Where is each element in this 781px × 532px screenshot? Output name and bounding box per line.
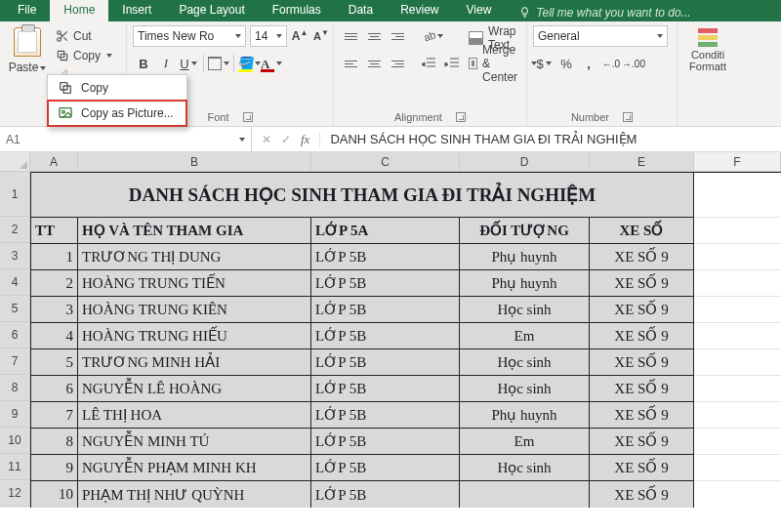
data-cell[interactable]: Phụ huynh <box>460 402 590 429</box>
data-cell[interactable]: 4 <box>30 323 78 349</box>
comma-format-button[interactable]: , <box>578 53 599 74</box>
data-cell[interactable] <box>460 481 590 508</box>
enter-button[interactable]: ✓ <box>281 133 291 146</box>
data-cell[interactable] <box>694 429 781 455</box>
data-cell[interactable]: XE SỐ 9 <box>590 297 694 323</box>
data-cell[interactable] <box>694 481 781 508</box>
number-format-combo[interactable]: General <box>533 25 668 47</box>
data-cell[interactable]: XE SỐ 9 <box>590 376 694 402</box>
dialog-launcher-icon[interactable] <box>456 112 466 122</box>
shrink-font-button[interactable]: A▼ <box>312 26 330 46</box>
data-cell[interactable]: LỚP 5B <box>311 429 460 455</box>
data-cell[interactable]: LỚP 5B <box>311 297 460 323</box>
font-name-combo[interactable]: Times New Ro <box>133 25 246 47</box>
font-color-button[interactable]: A <box>261 53 282 74</box>
data-cell[interactable]: Em <box>460 323 590 349</box>
row-header-11[interactable]: 11 <box>0 454 30 480</box>
align-top-button[interactable] <box>340 25 361 47</box>
data-cell[interactable] <box>694 270 781 297</box>
row-header-3[interactable]: 3 <box>0 243 30 269</box>
data-cell[interactable]: 7 <box>30 402 78 429</box>
data-cell[interactable]: LỚP 5B <box>311 270 460 297</box>
borders-button[interactable] <box>208 53 229 74</box>
cancel-button[interactable]: ✕ <box>262 133 271 146</box>
menu-item-copy[interactable]: Copy <box>48 75 186 101</box>
data-cell[interactable]: 5 <box>30 349 78 376</box>
data-cell[interactable] <box>694 402 781 429</box>
align-right-button[interactable] <box>387 53 408 74</box>
tell-me-search[interactable]: Tell me what you want to do... <box>505 0 704 21</box>
data-cell[interactable]: Phụ huynh <box>460 270 590 297</box>
data-cell[interactable]: LỚP 5B <box>311 244 460 270</box>
data-cell[interactable]: 8 <box>30 429 78 455</box>
italic-button[interactable]: I <box>155 53 177 74</box>
col-header-A[interactable]: A <box>30 152 78 171</box>
row-header-2[interactable]: 2 <box>0 217 30 243</box>
data-cell[interactable]: HOÀNG TRUNG KIÊN <box>78 297 311 323</box>
tab-page-layout[interactable]: Page Layout <box>165 0 258 21</box>
row-header-1[interactable]: 1 <box>0 172 30 217</box>
data-cell[interactable]: XE SỐ 9 <box>590 481 694 508</box>
col-header-C[interactable]: C <box>311 152 460 171</box>
tab-data[interactable]: Data <box>335 0 387 21</box>
decrease-indent-button[interactable] <box>418 53 439 74</box>
data-cell[interactable]: NGUYỄN MINH TÚ <box>78 429 311 455</box>
conditional-formatting-icon[interactable] <box>696 25 719 49</box>
tab-formulas[interactable]: Formulas <box>259 0 335 21</box>
row-header-12[interactable]: 12 <box>0 480 30 507</box>
bold-button[interactable]: B <box>133 53 154 74</box>
increase-indent-button[interactable] <box>441 53 463 74</box>
row-header-10[interactable]: 10 <box>0 428 30 454</box>
header-cell[interactable]: ĐỐI TƯỢNG <box>460 218 590 244</box>
tab-file[interactable]: File <box>4 0 50 21</box>
col-header-B[interactable]: B <box>78 152 311 171</box>
data-cell[interactable]: LỚP 5B <box>311 481 460 508</box>
col-header-E[interactable]: E <box>590 152 694 171</box>
tab-insert[interactable]: Insert <box>108 0 165 21</box>
data-cell[interactable]: Học sinh <box>460 297 590 323</box>
data-cell[interactable]: Phụ huynh <box>460 244 590 270</box>
tab-view[interactable]: View <box>453 0 506 21</box>
data-cell[interactable] <box>694 297 781 323</box>
header-cell[interactable]: HỌ VÀ TÊN THAM GIA <box>78 218 311 244</box>
data-cell[interactable]: 10 <box>30 481 78 508</box>
data-cell[interactable]: LỚP 5B <box>311 349 460 376</box>
col-header-F[interactable]: F <box>694 152 781 171</box>
grow-font-button[interactable]: A▲ <box>291 26 308 46</box>
increase-decimal-button[interactable]: ←.0 <box>600 53 622 74</box>
decrease-decimal-button[interactable]: →.00 <box>623 53 644 74</box>
cut-button[interactable]: Cut <box>53 27 115 45</box>
cells-grid[interactable]: DANH SÁCH HỌC SINH THAM GIA ĐI TRẢI NGHI… <box>30 172 781 508</box>
percent-format-button[interactable]: % <box>555 53 577 74</box>
align-center-button[interactable] <box>363 53 385 74</box>
dialog-launcher-icon[interactable] <box>623 112 633 122</box>
data-cell[interactable]: XE SỐ 9 <box>590 244 694 270</box>
menu-item-copy-as-picture[interactable]: Copy as Picture... <box>48 101 186 126</box>
data-cell[interactable]: XE SỐ 9 <box>590 455 694 481</box>
align-left-button[interactable] <box>340 53 361 74</box>
underline-button[interactable]: U <box>178 53 199 74</box>
data-cell[interactable]: HOÀNG TRUNG TIẾN <box>78 270 311 297</box>
data-cell[interactable]: Học sinh <box>460 349 590 376</box>
tab-home[interactable]: Home <box>50 0 108 21</box>
formula-input[interactable]: DANH SÁCH HỌC SINH THAM GIA ĐI TRẢI NGHI… <box>320 132 646 146</box>
dialog-launcher-icon[interactable] <box>243 112 253 122</box>
col-header-D[interactable]: D <box>460 152 590 171</box>
data-cell[interactable]: LÊ THỊ HOA <box>78 402 311 429</box>
row-header-8[interactable]: 8 <box>0 375 30 401</box>
select-all-button[interactable] <box>0 152 30 171</box>
data-cell[interactable]: LỚP 5B <box>311 402 460 429</box>
data-cell[interactable]: LỚP 5B <box>311 376 460 402</box>
data-cell[interactable]: TRƯƠNG MINH HẢI <box>78 349 311 376</box>
tab-review[interactable]: Review <box>387 0 452 21</box>
data-cell[interactable]: LỚP 5B <box>311 455 460 481</box>
header-cell[interactable]: LỚP 5A <box>311 218 460 244</box>
data-cell[interactable]: XE SỐ 9 <box>590 349 694 376</box>
data-cell[interactable]: Học sinh <box>460 455 590 481</box>
data-cell[interactable] <box>694 323 781 349</box>
data-cell[interactable]: LỚP 5B <box>311 323 460 349</box>
row-header-9[interactable]: 9 <box>0 401 30 428</box>
data-cell[interactable]: NGUYỄN LÊ HOÀNG <box>78 376 311 402</box>
copy-button[interactable]: Copy <box>53 47 115 64</box>
data-cell[interactable] <box>694 244 781 270</box>
